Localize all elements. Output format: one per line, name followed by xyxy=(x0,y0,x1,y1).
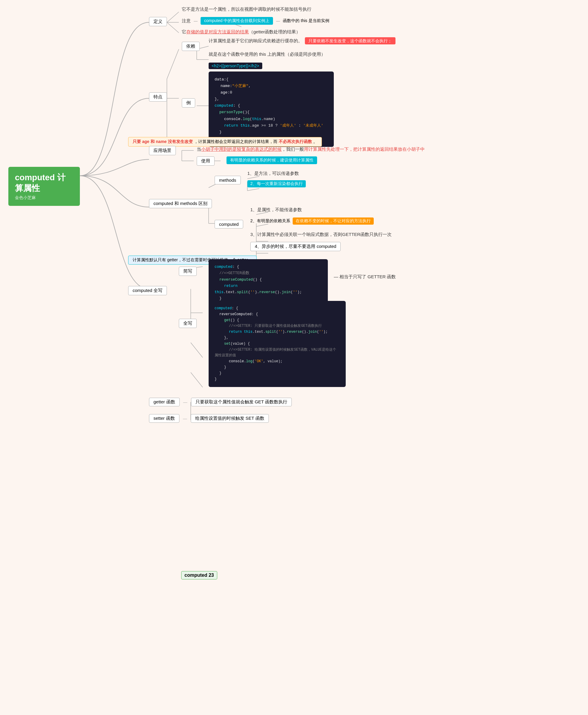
definition-node: 定义 xyxy=(149,17,167,26)
setter-label: setter 函数 xyxy=(149,414,180,423)
dep1-text: 计算属性是基于它们的响应式依赖进行缓存的。 只要依赖不发生改变，这个函数就不会执… xyxy=(209,38,396,44)
def-note3: 它存储的值是对应方法返回的结果（getter函数处理的结果） xyxy=(182,29,300,35)
use-highlight: 有明显的依赖关系的时候，建议使用计算属性 xyxy=(227,156,317,164)
use-case-node: 应用场景 xyxy=(149,146,176,155)
code-tag: <h2>{{personType}}</h2> xyxy=(209,63,262,69)
getter-row: getter 函数 — 只要获取这个属性值就会触发 GET 函数数执行 xyxy=(149,398,292,406)
def-note2-highlight: computed 中的属性会挂载到实例上 xyxy=(201,17,273,25)
def-note2-sub: 函数中的 this 是当前实例 xyxy=(283,18,329,24)
computed-badge: computed 23 xyxy=(181,571,217,580)
use-case1: 当小胡子中用到的是较复杂的表达式的时候，我们一般用计算属性先处理一下，把计算属性… xyxy=(197,146,425,153)
comp-item3: 3、计算属性中必须关联一个响应式数据，否则GETTER函数只执行一次 xyxy=(250,232,392,237)
use-label: 使用 xyxy=(197,156,215,166)
comp-item2: 2、有明显的依赖关系 在依赖不变的时候，不让对应的方法执行 xyxy=(250,217,374,225)
features-bottom-note: 只要 age 和 name 没有发生改变 ，计算属性都会立即返回之前的计算结果，… xyxy=(128,137,322,147)
dependency-label: 依赖 xyxy=(182,42,200,51)
svg-line-21 xyxy=(247,189,259,191)
dep2-text: 就是在这个函数中使用的 this 上的属性（必须是同步使用） xyxy=(209,51,326,57)
svg-line-31 xyxy=(191,372,203,387)
setter-row: setter 函数 — 给属性设置值的时候触发 SET 函数 xyxy=(149,414,269,423)
short-label: 简写 xyxy=(179,267,197,276)
methods-label: methods xyxy=(215,176,241,185)
mind-map: computed 计算属性 金色小芝麻 定义 它不是方法是一个属性，所以在视图中… xyxy=(0,0,588,715)
def-note1: 它不是方法是一个属性，所以在视图中调取的时候不能加括号执行 xyxy=(182,6,311,12)
root-node: computed 计算属性 金色小芝麻 xyxy=(8,167,80,206)
full-code-block: computed: { reverseComputed: { get() { /… xyxy=(209,301,346,387)
main-code-block: data:{ name:"小芝麻", age:0 }, computed: { … xyxy=(209,71,334,147)
svg-line-20 xyxy=(247,176,259,179)
root-subtitle: 金色小芝麻 xyxy=(15,195,73,200)
example-label: 例 xyxy=(182,98,195,108)
setter-desc: 给属性设置值的时候触发 SET 函数 xyxy=(191,414,269,423)
short-note: — 相当于只写了 GETTER 函数 xyxy=(334,274,396,280)
methods-item1: 1、是方法，可以传递参数 xyxy=(247,171,299,176)
getter-desc: 只要获取这个属性值就会触发 GET 函数数执行 xyxy=(191,398,292,406)
svg-line-0 xyxy=(167,12,179,22)
getter-label: getter 函数 xyxy=(149,398,180,406)
methods-item2: 2、每一次重新渲染都会执行 xyxy=(247,180,306,188)
svg-line-30 xyxy=(191,343,203,358)
full-label: 全写 xyxy=(179,319,197,328)
comp-item4: 4、异步的时候，尽量不要选用 computed xyxy=(250,242,341,251)
vs-methods-node: computed 和 methods 区别 xyxy=(149,199,212,208)
dep1-highlight: 只要依赖不发生改变，这个函数就不会执行； xyxy=(305,37,396,44)
svg-line-6 xyxy=(167,49,179,79)
root-title: computed 计算属性 xyxy=(15,172,73,194)
svg-line-2 xyxy=(167,22,179,33)
computed-full-node: computed 全写 xyxy=(128,286,167,295)
comp-item1: 1、是属性，不能传递参数 xyxy=(250,207,302,213)
def-note2-label: 注意 xyxy=(182,18,191,24)
features-node: 特点 xyxy=(149,92,167,102)
computed-label: computed xyxy=(215,220,243,229)
